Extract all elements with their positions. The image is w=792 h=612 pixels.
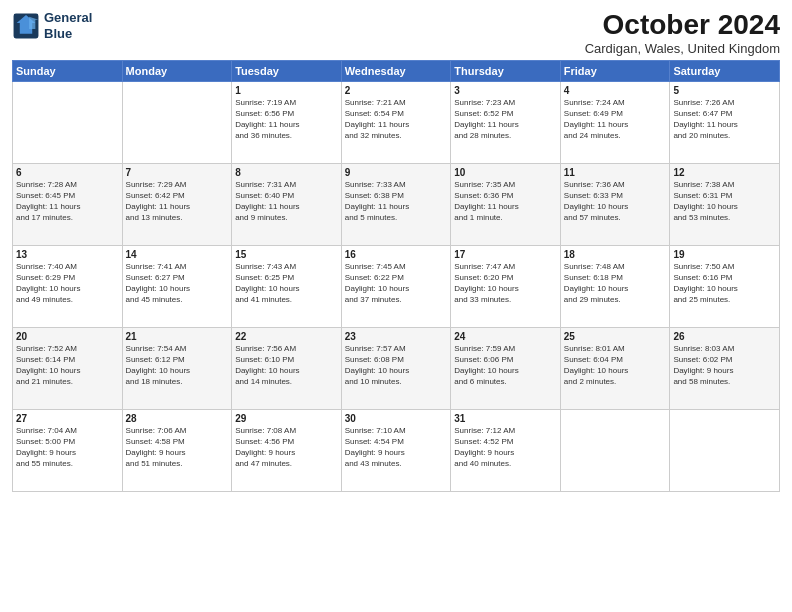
day-number: 11 [564,167,667,178]
day-number: 12 [673,167,776,178]
month-title: October 2024 [585,10,780,41]
logo-text: General Blue [44,10,92,41]
calendar-cell: 31Sunrise: 7:12 AM Sunset: 4:52 PM Dayli… [451,409,561,491]
cell-content: Sunrise: 7:38 AM Sunset: 6:31 PM Dayligh… [673,179,776,224]
calendar-cell [13,81,123,163]
day-header: Friday [560,60,670,81]
cell-content: Sunrise: 7:48 AM Sunset: 6:18 PM Dayligh… [564,261,667,306]
day-number: 31 [454,413,557,424]
calendar-cell: 12Sunrise: 7:38 AM Sunset: 6:31 PM Dayli… [670,163,780,245]
cell-content: Sunrise: 7:43 AM Sunset: 6:25 PM Dayligh… [235,261,338,306]
header: General Blue October 2024 Cardigan, Wale… [12,10,780,56]
day-header: Wednesday [341,60,451,81]
cell-content: Sunrise: 7:36 AM Sunset: 6:33 PM Dayligh… [564,179,667,224]
cell-content: Sunrise: 7:41 AM Sunset: 6:27 PM Dayligh… [126,261,229,306]
calendar-cell: 21Sunrise: 7:54 AM Sunset: 6:12 PM Dayli… [122,327,232,409]
day-number: 13 [16,249,119,260]
day-number: 24 [454,331,557,342]
calendar-cell: 20Sunrise: 7:52 AM Sunset: 6:14 PM Dayli… [13,327,123,409]
day-number: 6 [16,167,119,178]
day-number: 8 [235,167,338,178]
day-number: 17 [454,249,557,260]
cell-content: Sunrise: 7:31 AM Sunset: 6:40 PM Dayligh… [235,179,338,224]
day-number: 18 [564,249,667,260]
cell-content: Sunrise: 7:19 AM Sunset: 6:56 PM Dayligh… [235,97,338,142]
cell-content: Sunrise: 7:06 AM Sunset: 4:58 PM Dayligh… [126,425,229,470]
calendar-cell: 10Sunrise: 7:35 AM Sunset: 6:36 PM Dayli… [451,163,561,245]
day-number: 20 [16,331,119,342]
calendar-cell: 18Sunrise: 7:48 AM Sunset: 6:18 PM Dayli… [560,245,670,327]
calendar-cell [560,409,670,491]
day-number: 1 [235,85,338,96]
day-number: 30 [345,413,448,424]
calendar-cell: 26Sunrise: 8:03 AM Sunset: 6:02 PM Dayli… [670,327,780,409]
calendar-cell: 30Sunrise: 7:10 AM Sunset: 4:54 PM Dayli… [341,409,451,491]
calendar-cell: 16Sunrise: 7:45 AM Sunset: 6:22 PM Dayli… [341,245,451,327]
day-header: Sunday [13,60,123,81]
day-number: 27 [16,413,119,424]
calendar-cell: 11Sunrise: 7:36 AM Sunset: 6:33 PM Dayli… [560,163,670,245]
calendar-cell: 14Sunrise: 7:41 AM Sunset: 6:27 PM Dayli… [122,245,232,327]
calendar-cell [122,81,232,163]
calendar-cell: 6Sunrise: 7:28 AM Sunset: 6:45 PM Daylig… [13,163,123,245]
calendar-cell: 17Sunrise: 7:47 AM Sunset: 6:20 PM Dayli… [451,245,561,327]
cell-content: Sunrise: 7:50 AM Sunset: 6:16 PM Dayligh… [673,261,776,306]
calendar-cell: 4Sunrise: 7:24 AM Sunset: 6:49 PM Daylig… [560,81,670,163]
calendar-cell: 29Sunrise: 7:08 AM Sunset: 4:56 PM Dayli… [232,409,342,491]
cell-content: Sunrise: 7:59 AM Sunset: 6:06 PM Dayligh… [454,343,557,388]
calendar-cell: 3Sunrise: 7:23 AM Sunset: 6:52 PM Daylig… [451,81,561,163]
day-number: 19 [673,249,776,260]
day-number: 14 [126,249,229,260]
day-header: Tuesday [232,60,342,81]
day-number: 2 [345,85,448,96]
cell-content: Sunrise: 7:21 AM Sunset: 6:54 PM Dayligh… [345,97,448,142]
calendar-cell: 27Sunrise: 7:04 AM Sunset: 5:00 PM Dayli… [13,409,123,491]
calendar-cell: 7Sunrise: 7:29 AM Sunset: 6:42 PM Daylig… [122,163,232,245]
cell-content: Sunrise: 8:01 AM Sunset: 6:04 PM Dayligh… [564,343,667,388]
day-number: 5 [673,85,776,96]
calendar-cell: 2Sunrise: 7:21 AM Sunset: 6:54 PM Daylig… [341,81,451,163]
cell-content: Sunrise: 7:35 AM Sunset: 6:36 PM Dayligh… [454,179,557,224]
cell-content: Sunrise: 7:12 AM Sunset: 4:52 PM Dayligh… [454,425,557,470]
cell-content: Sunrise: 7:26 AM Sunset: 6:47 PM Dayligh… [673,97,776,142]
cell-content: Sunrise: 7:04 AM Sunset: 5:00 PM Dayligh… [16,425,119,470]
cell-content: Sunrise: 7:28 AM Sunset: 6:45 PM Dayligh… [16,179,119,224]
cell-content: Sunrise: 7:24 AM Sunset: 6:49 PM Dayligh… [564,97,667,142]
cell-content: Sunrise: 7:45 AM Sunset: 6:22 PM Dayligh… [345,261,448,306]
day-number: 29 [235,413,338,424]
cell-content: Sunrise: 7:29 AM Sunset: 6:42 PM Dayligh… [126,179,229,224]
cell-content: Sunrise: 7:40 AM Sunset: 6:29 PM Dayligh… [16,261,119,306]
day-number: 16 [345,249,448,260]
day-number: 15 [235,249,338,260]
cell-content: Sunrise: 7:47 AM Sunset: 6:20 PM Dayligh… [454,261,557,306]
calendar-cell: 24Sunrise: 7:59 AM Sunset: 6:06 PM Dayli… [451,327,561,409]
cell-content: Sunrise: 7:33 AM Sunset: 6:38 PM Dayligh… [345,179,448,224]
calendar-table: SundayMondayTuesdayWednesdayThursdayFrid… [12,60,780,492]
day-number: 4 [564,85,667,96]
day-header: Thursday [451,60,561,81]
day-number: 3 [454,85,557,96]
day-header: Saturday [670,60,780,81]
day-number: 28 [126,413,229,424]
cell-content: Sunrise: 8:03 AM Sunset: 6:02 PM Dayligh… [673,343,776,388]
cell-content: Sunrise: 7:57 AM Sunset: 6:08 PM Dayligh… [345,343,448,388]
day-number: 26 [673,331,776,342]
cell-content: Sunrise: 7:08 AM Sunset: 4:56 PM Dayligh… [235,425,338,470]
day-number: 22 [235,331,338,342]
cell-content: Sunrise: 7:23 AM Sunset: 6:52 PM Dayligh… [454,97,557,142]
calendar-cell: 19Sunrise: 7:50 AM Sunset: 6:16 PM Dayli… [670,245,780,327]
calendar-cell: 13Sunrise: 7:40 AM Sunset: 6:29 PM Dayli… [13,245,123,327]
calendar-cell: 25Sunrise: 8:01 AM Sunset: 6:04 PM Dayli… [560,327,670,409]
calendar-cell: 8Sunrise: 7:31 AM Sunset: 6:40 PM Daylig… [232,163,342,245]
logo: General Blue [12,10,92,41]
day-number: 9 [345,167,448,178]
day-number: 21 [126,331,229,342]
day-number: 10 [454,167,557,178]
calendar-cell: 9Sunrise: 7:33 AM Sunset: 6:38 PM Daylig… [341,163,451,245]
calendar-cell: 23Sunrise: 7:57 AM Sunset: 6:08 PM Dayli… [341,327,451,409]
cell-content: Sunrise: 7:56 AM Sunset: 6:10 PM Dayligh… [235,343,338,388]
location: Cardigan, Wales, United Kingdom [585,41,780,56]
calendar-cell: 22Sunrise: 7:56 AM Sunset: 6:10 PM Dayli… [232,327,342,409]
day-number: 25 [564,331,667,342]
day-number: 23 [345,331,448,342]
